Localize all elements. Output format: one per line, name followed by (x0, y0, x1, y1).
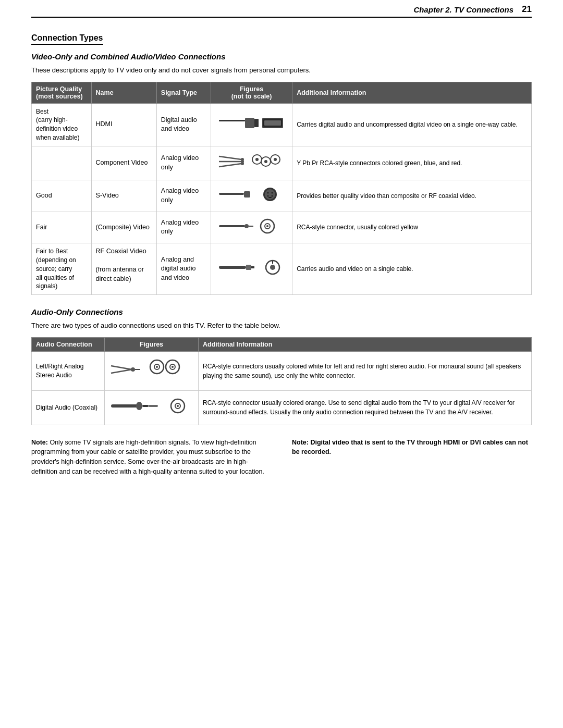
signal-cell: Analog videoonly (156, 180, 211, 212)
subsection-audio: Audio-Only Connections There are two typ… (31, 307, 532, 425)
figures-cell (211, 103, 292, 146)
subsection1-title: Video-Only and Combined Audio/Video Conn… (31, 52, 532, 61)
chapter-title: Chapter 2. TV Connections (31, 5, 522, 14)
name-cell: RF Coaxial Video(from antenna ordirect c… (91, 243, 156, 295)
audio-info-cell: RCA-style connector usually colored oran… (199, 391, 532, 425)
table-row: Fair to Best(depending onsource; carryal… (32, 243, 532, 295)
svg-point-24 (267, 195, 268, 197)
quality-cell: Fair to Best(depending onsource; carryal… (32, 243, 92, 295)
svg-rect-18 (219, 193, 244, 195)
audio-connection-cell: Left/Right AnalogStereo Audio (32, 351, 105, 391)
col-name-header: Name (91, 82, 156, 103)
hdmi-figure (218, 113, 286, 133)
figures-cell (211, 212, 292, 243)
table-row: Digital Audio (Coaxial) (32, 391, 532, 425)
svg-point-23 (271, 192, 273, 194)
svg-rect-5 (264, 120, 281, 126)
svg-point-45 (156, 366, 158, 368)
note1-label: Note: (31, 439, 48, 446)
audio-col1-header: Audio Connection (32, 337, 105, 351)
audio-connections-table: Audio Connection Figures Additional Info… (31, 337, 532, 425)
name-cell: Component Video (91, 146, 156, 180)
subsection1-intro: These descriptions apply to TV video onl… (31, 65, 532, 76)
table-row: Fair (Composite) Video Analog videoonly (32, 212, 532, 243)
quality-cell: Best(carry high-definition videowhen ava… (32, 103, 92, 146)
signal-cell: Analog anddigital audioand video (156, 243, 211, 295)
quality-cell: Good (32, 180, 92, 212)
svg-point-50 (136, 402, 142, 410)
signal-cell: Analog videoonly (156, 146, 211, 180)
info-cell: Carries digital audio and uncompressed d… (292, 103, 532, 146)
info-cell: Provides better quality video than compo… (292, 180, 532, 212)
digital-coaxial-figure (110, 394, 193, 418)
svg-point-25 (271, 195, 273, 197)
figures-cell (211, 243, 292, 295)
svg-rect-2 (254, 119, 259, 127)
component-figure (218, 150, 286, 174)
audio-info-cell: RCA-style connectors usually colored whi… (199, 351, 532, 391)
quality-cell (32, 146, 92, 180)
svg-rect-33 (219, 266, 246, 269)
figures-cell (211, 146, 292, 180)
page-number: 21 (522, 4, 532, 15)
subsection2-intro: There are two types of audio connections… (31, 320, 532, 331)
name-cell: (Composite) Video (91, 212, 156, 243)
svg-point-11 (241, 162, 244, 165)
table-row: Good S-Video Analog videoonly (32, 180, 532, 212)
audio-figures-cell (105, 351, 199, 391)
svg-point-28 (244, 224, 249, 228)
svg-point-13 (255, 158, 259, 161)
signal-cell: Digital audioand video (156, 103, 211, 146)
svg-rect-52 (149, 405, 158, 407)
svg-rect-35 (251, 266, 254, 268)
name-cell: HDMI (91, 103, 156, 146)
info-cell: Carries audio and video on a single cabl… (292, 243, 532, 295)
info-cell: RCA-style connector, usually colored yel… (292, 212, 532, 243)
svg-rect-49 (111, 404, 138, 408)
svg-rect-1 (245, 118, 254, 128)
audio-col3-header: Additional Information (199, 337, 532, 351)
svg-point-32 (266, 225, 268, 227)
svg-rect-51 (142, 405, 149, 407)
table-row: Best(carry high-definition videowhen ava… (32, 103, 532, 146)
svg-line-39 (111, 366, 132, 369)
figures-cell (211, 180, 292, 212)
note1-text: Only some TV signals are high-definition… (31, 439, 264, 475)
col-figures-header: Figures (not to scale) (211, 82, 292, 103)
svg-point-41 (131, 367, 135, 372)
note2-block: Note: Digital video that is sent to the … (292, 438, 532, 477)
page-header: Chapter 2. TV Connections 21 (31, 0, 532, 18)
svg-rect-0 (219, 120, 245, 121)
subsection-video: Video-Only and Combined Audio/Video Conn… (31, 52, 532, 295)
col-info-header: Additional Information (292, 82, 532, 103)
svg-point-37 (270, 265, 275, 270)
table-row: Component Video Analog videoonly (32, 146, 532, 180)
name-cell: S-Video (91, 180, 156, 212)
page: Chapter 2. TV Connections 21 Connection … (0, 0, 563, 728)
audio-col2-header: Figures (105, 337, 199, 351)
svg-line-6 (219, 156, 241, 159)
note1-block: Note: Only some TV signals are high-defi… (31, 438, 271, 477)
svg-rect-27 (219, 225, 245, 227)
section-title: Connection Types (31, 33, 103, 45)
subsection2-title: Audio-Only Connections (31, 307, 532, 316)
svg-point-55 (177, 405, 179, 407)
stereo-audio-figure (110, 355, 193, 384)
info-cell: Y Pb Pr RCA-style connectors colored gre… (292, 146, 532, 180)
note2-label: Note: (292, 439, 309, 446)
audio-connection-cell: Digital Audio (Coaxial) (32, 391, 105, 425)
svg-rect-26 (268, 197, 272, 198)
svg-line-8 (219, 164, 241, 167)
signal-cell: Analog videoonly (156, 212, 211, 243)
svideo-figure (218, 184, 286, 205)
svg-line-40 (111, 369, 132, 373)
note2-bold: Digital video that is sent to the TV thr… (292, 439, 528, 456)
composite-figure (218, 216, 286, 237)
quality-cell: Fair (32, 212, 92, 243)
svg-point-48 (172, 366, 174, 368)
notes-section: Note: Only some TV signals are high-defi… (31, 438, 532, 477)
table-row: Left/Right AnalogStereo Audio (32, 351, 532, 391)
col-signal-header: Signal Type (156, 82, 211, 103)
video-connections-table: Picture Quality (most sources) Name Sign… (31, 82, 532, 295)
audio-figures-cell (105, 391, 199, 425)
